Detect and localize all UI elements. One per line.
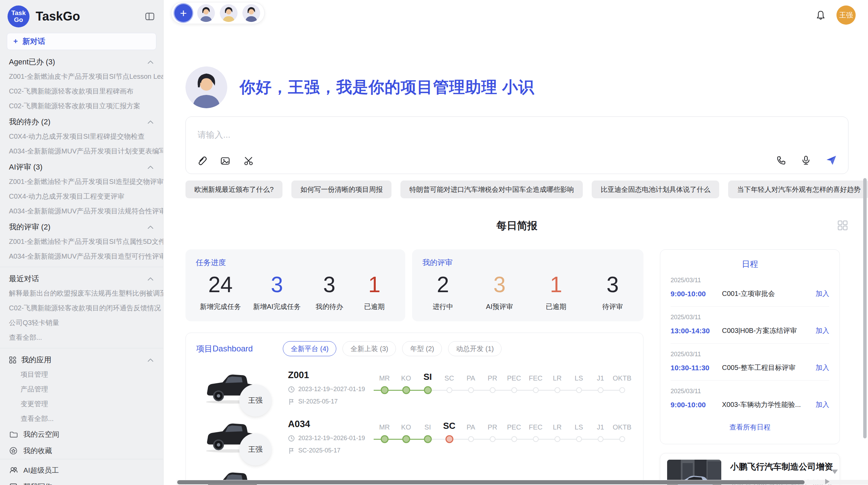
stat: 24 新增完成任务 [200, 272, 241, 311]
milestone-label: LR [546, 419, 568, 431]
recent-view-all[interactable]: 查看全部... [0, 330, 163, 345]
join-link[interactable]: 加入 [816, 326, 829, 335]
section-my-apps[interactable]: 我的应用 [0, 351, 163, 367]
list-item[interactable]: Z001-全新燃油皮卡产品开发项目SI节点Lesson Learn报告 [0, 69, 163, 84]
section-my-review[interactable]: 我的评审 (2) [0, 219, 163, 234]
join-link[interactable]: 加入 [816, 289, 829, 298]
scroll-right-arrow[interactable] [825, 479, 830, 484]
list-item[interactable]: Z001-全新燃油轻卡产品开发项目SI造型提交物评审 [0, 174, 163, 189]
dashboard-tabs: 全新平台 (4) 全新上装 (3) 年型 (2) 动总开发 (1) [283, 341, 502, 356]
list-item[interactable]: C0X4-动力总成开发项目工程变更评审 [0, 189, 163, 204]
agent-avatar[interactable] [220, 4, 238, 22]
section-agent-done[interactable]: Agent已办 (3) [0, 53, 163, 69]
microphone-button[interactable] [801, 155, 811, 165]
tab-new-body[interactable]: 全新上装 (3) [342, 341, 396, 356]
snippet-button[interactable] [243, 156, 254, 166]
project-row[interactable]: 王强 A034 2023-12-19~2026-01-19 SC-2025-05… [196, 418, 633, 454]
apps-view-all[interactable]: 查看全部... [0, 411, 163, 426]
horizontal-scrollbar-track[interactable] [177, 480, 868, 485]
image-doc-icon [9, 482, 18, 485]
stat-label: 新增AI完成任务 [253, 302, 301, 311]
list-item[interactable]: A034-全新新能源MUV产品开发项目计划变更表编写 [0, 144, 163, 159]
app-item-product-mgmt[interactable]: 产品管理 [0, 382, 163, 397]
milestone-dot-overdue [445, 435, 453, 443]
stat-label: 已逾期 [540, 302, 572, 311]
join-link[interactable]: 加入 [816, 400, 829, 409]
list-item[interactable]: C02-飞腾新能源轻客改款项目里程碑画布 [0, 84, 163, 99]
join-link[interactable]: 加入 [816, 363, 829, 372]
project-row[interactable]: 王强 Z001 2023-12-19~2027-01-19 SI-2025-05… [196, 369, 633, 405]
voice-call-button[interactable] [776, 155, 786, 165]
stat-value: 3 [253, 272, 301, 297]
sidebar-item-label: AI超级员工 [23, 465, 59, 475]
notifications-button[interactable] [815, 10, 826, 21]
phone-icon [776, 155, 786, 165]
schedule-date: 2025/03/11 [671, 277, 829, 284]
milestone-label: LS [568, 370, 590, 382]
flag-icon [288, 398, 295, 405]
briefing-left-column: 任务进度 24 新增完成任务 3 新增AI完成任务 3 [185, 249, 643, 485]
recent-chat-item[interactable]: 公司Q3轻卡销量 [0, 315, 163, 330]
list-item[interactable]: A034-全新新能源MUV产品开发项目法规符合性评审 [0, 204, 163, 219]
sidebar-item-ai-employee[interactable]: AI超级员工 [0, 462, 163, 478]
suggestion-chip[interactable]: 特朗普可能对进口汽车增税会对中国车企造成哪些影响 [400, 181, 583, 198]
milestone-label: LR [546, 370, 568, 382]
suggestion-chip[interactable]: 欧洲新规最近颁布了什么? [185, 181, 282, 198]
project-info: A034 2023-12-19~2026-01-19 SC-2025-05-17 [288, 418, 374, 454]
sidebar-item-favorites[interactable]: 我的收藏 [0, 443, 163, 459]
list-item[interactable]: Z001-全新燃油轻卡产品开发项目SI节点属性5D文件评审 [0, 234, 163, 249]
list-item[interactable]: C0X4-动力总成开发项目SI里程碑提交物检查 [0, 129, 163, 144]
send-button[interactable] [825, 154, 837, 166]
section-title: Agent已办 (3) [9, 57, 55, 67]
chat-input-placeholder: 请输入... [197, 129, 230, 140]
milestone-dot [424, 386, 432, 394]
list-item[interactable]: C02-飞腾新能源轻客改款项目立项汇报方案 [0, 99, 163, 113]
app-item-change-mgmt[interactable]: 变更管理 [0, 397, 163, 411]
milestone-dot [446, 387, 452, 393]
recent-chat-item[interactable]: C02-飞腾新能源轻客改款项目的闭环通告反馈情况 [0, 301, 163, 315]
app-item-project-mgmt[interactable]: 项目管理 [0, 367, 163, 382]
add-agent-button[interactable]: + [174, 4, 192, 22]
suggestion-chip[interactable]: 当下年轻人对汽车外观有怎样的喜好趋势 [728, 181, 868, 198]
scissors-icon [243, 156, 254, 166]
suggestion-chip[interactable]: 如何写一份清晰的项目周报 [291, 181, 391, 198]
briefing-layout-button[interactable] [837, 220, 848, 231]
suggestion-chip[interactable]: 比亚迪全固态电池计划具体说了什么 [592, 181, 719, 198]
chat-input-card[interactable]: 请输入... [185, 116, 848, 174]
tab-powertrain[interactable]: 动总开发 (1) [448, 341, 502, 356]
section-my-todo[interactable]: 我的待办 (2) [0, 113, 163, 129]
new-chat-button[interactable]: + 新对话 [7, 33, 156, 50]
section-recent-chats[interactable]: 最近对话 [0, 270, 163, 286]
sidebar: Task Go TaskGo + 新对话 Agent已办 (3) Z001-全新… [0, 0, 164, 485]
milestone-dot [381, 386, 388, 394]
agent-avatar[interactable] [197, 4, 215, 22]
sidebar-item-cloud-space[interactable]: 我的云空间 [0, 426, 163, 443]
milestone-label: KO [395, 419, 417, 431]
list-item[interactable]: A034-全新新能源MUV产品开发项目造型可行性评审 [0, 249, 163, 264]
tab-year-model[interactable]: 年型 (2) [402, 341, 442, 356]
user-avatar[interactable]: 王强 [836, 5, 856, 25]
scroll-down-arrow[interactable] [832, 470, 838, 474]
milestone-dot [511, 436, 517, 442]
attach-button[interactable] [197, 156, 207, 166]
stat-label: 进行中 [426, 302, 459, 311]
assistant-avatar [185, 66, 227, 108]
vertical-scrollbar[interactable] [863, 178, 867, 438]
milestone-dot [511, 387, 517, 393]
insert-image-button[interactable] [220, 156, 230, 166]
project-image: 王强 [203, 418, 261, 454]
milestone-label: LS [568, 419, 590, 431]
tab-new-platform[interactable]: 全新平台 (4) [283, 341, 336, 356]
agent-avatar[interactable] [242, 4, 260, 22]
collapse-sidebar-button[interactable] [145, 11, 155, 22]
section-ai-review[interactable]: AI评审 (3) [0, 159, 163, 174]
view-all-schedule-link[interactable]: 查看所有日程 [671, 423, 829, 432]
sidebar-item-help-write[interactable]: 帮我写作 [0, 478, 163, 485]
stat-value: 3 [596, 272, 629, 297]
milestone-dot [533, 436, 539, 442]
greeting-block: 你好，王强，我是你的项目管理助理 小识 [185, 66, 848, 108]
recent-chat-item[interactable]: 解释最新出台的欧盟报废车法规再生塑料比例被调至15%... [0, 286, 163, 301]
folder-icon [9, 430, 18, 439]
stat-label: 已逾期 [358, 302, 391, 311]
horizontal-scrollbar-thumb[interactable] [177, 480, 805, 484]
